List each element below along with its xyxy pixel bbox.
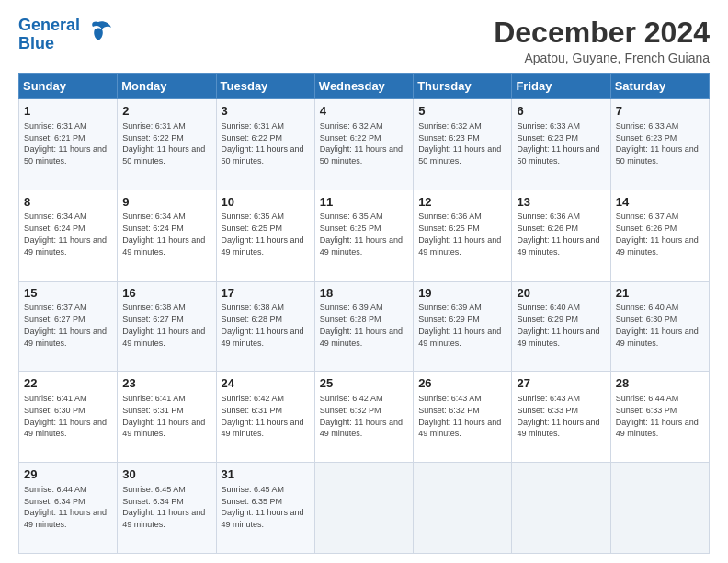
calendar-week-2: 8Sunrise: 6:34 AMSunset: 6:24 PMDaylight… — [19, 190, 710, 281]
calendar-header-friday: Friday — [512, 74, 610, 99]
day-number: 8 — [24, 194, 113, 211]
day-number: 21 — [616, 285, 705, 302]
day-info: Sunrise: 6:36 AMSunset: 6:26 PMDaylight:… — [517, 212, 599, 256]
calendar-cell: 4Sunrise: 6:32 AMSunset: 6:22 PMDaylight… — [314, 99, 413, 190]
day-number: 30 — [122, 466, 211, 483]
calendar-cell: 9Sunrise: 6:34 AMSunset: 6:24 PMDaylight… — [118, 190, 216, 281]
day-number: 9 — [122, 194, 211, 211]
day-info: Sunrise: 6:31 AMSunset: 6:21 PMDaylight:… — [24, 121, 107, 166]
day-info: Sunrise: 6:38 AMSunset: 6:27 PMDaylight:… — [122, 303, 205, 347]
day-number: 4 — [320, 103, 409, 120]
calendar-cell: 11Sunrise: 6:35 AMSunset: 6:25 PMDayligh… — [314, 190, 413, 281]
day-number: 2 — [122, 103, 211, 120]
day-info: Sunrise: 6:35 AMSunset: 6:25 PMDaylight:… — [222, 212, 304, 256]
day-info: Sunrise: 6:43 AMSunset: 6:32 PMDaylight:… — [418, 394, 501, 438]
day-number: 3 — [222, 103, 311, 120]
day-number: 6 — [517, 103, 606, 120]
day-number: 1 — [24, 103, 113, 120]
day-number: 22 — [24, 375, 113, 392]
day-number: 28 — [616, 375, 705, 392]
calendar-cell: 3Sunrise: 6:31 AMSunset: 6:22 PMDaylight… — [216, 99, 314, 190]
day-info: Sunrise: 6:38 AMSunset: 6:28 PMDaylight:… — [222, 303, 304, 347]
calendar-week-5: 29Sunrise: 6:44 AMSunset: 6:34 PMDayligh… — [19, 463, 710, 554]
logo-text: General Blue — [18, 17, 80, 53]
logo-bird-icon — [84, 18, 113, 48]
calendar-header-sunday: Sunday — [19, 74, 118, 99]
day-number: 18 — [320, 285, 409, 302]
day-info: Sunrise: 6:33 AMSunset: 6:23 PMDaylight:… — [517, 121, 599, 166]
calendar-cell: 30Sunrise: 6:45 AMSunset: 6:34 PMDayligh… — [118, 463, 216, 554]
day-info: Sunrise: 6:37 AMSunset: 6:27 PMDaylight:… — [24, 303, 107, 347]
calendar-cell: 12Sunrise: 6:36 AMSunset: 6:25 PMDayligh… — [414, 190, 512, 281]
day-number: 31 — [222, 466, 311, 483]
day-info: Sunrise: 6:40 AMSunset: 6:30 PMDaylight:… — [616, 303, 699, 347]
day-number: 12 — [418, 194, 507, 211]
day-info: Sunrise: 6:39 AMSunset: 6:28 PMDaylight:… — [320, 303, 403, 347]
day-info: Sunrise: 6:45 AMSunset: 6:35 PMDaylight:… — [222, 485, 304, 529]
day-number: 15 — [24, 285, 113, 302]
day-number: 25 — [320, 375, 409, 392]
day-number: 26 — [418, 375, 507, 392]
day-number: 14 — [616, 194, 705, 211]
day-info: Sunrise: 6:44 AMSunset: 6:34 PMDaylight:… — [24, 485, 107, 529]
calendar-cell: 31Sunrise: 6:45 AMSunset: 6:35 PMDayligh… — [216, 463, 314, 554]
day-number: 27 — [517, 375, 606, 392]
calendar-week-3: 15Sunrise: 6:37 AMSunset: 6:27 PMDayligh… — [19, 281, 710, 372]
calendar-cell: 19Sunrise: 6:39 AMSunset: 6:29 PMDayligh… — [414, 281, 512, 372]
calendar-cell: 17Sunrise: 6:38 AMSunset: 6:28 PMDayligh… — [216, 281, 314, 372]
calendar-cell: 18Sunrise: 6:39 AMSunset: 6:28 PMDayligh… — [314, 281, 413, 372]
day-number: 23 — [122, 375, 211, 392]
day-number: 19 — [418, 285, 507, 302]
calendar-cell — [610, 463, 709, 554]
day-number: 17 — [222, 285, 311, 302]
calendar-cell — [314, 463, 413, 554]
calendar-cell: 15Sunrise: 6:37 AMSunset: 6:27 PMDayligh… — [19, 281, 118, 372]
day-info: Sunrise: 6:34 AMSunset: 6:24 PMDaylight:… — [24, 212, 107, 256]
day-info: Sunrise: 6:43 AMSunset: 6:33 PMDaylight:… — [517, 394, 599, 438]
day-number: 11 — [320, 194, 409, 211]
day-info: Sunrise: 6:42 AMSunset: 6:32 PMDaylight:… — [320, 394, 403, 438]
calendar-header-thursday: Thursday — [414, 74, 512, 99]
day-info: Sunrise: 6:36 AMSunset: 6:25 PMDaylight:… — [418, 212, 501, 256]
calendar-cell: 2Sunrise: 6:31 AMSunset: 6:22 PMDaylight… — [118, 99, 216, 190]
day-info: Sunrise: 6:44 AMSunset: 6:33 PMDaylight:… — [616, 394, 699, 438]
day-number: 7 — [616, 103, 705, 120]
title-block: December 2024 Apatou, Guyane, French Gui… — [494, 17, 710, 65]
calendar-week-4: 22Sunrise: 6:41 AMSunset: 6:30 PMDayligh… — [19, 372, 710, 463]
day-info: Sunrise: 6:35 AMSunset: 6:25 PMDaylight:… — [320, 212, 403, 256]
calendar-cell: 10Sunrise: 6:35 AMSunset: 6:25 PMDayligh… — [216, 190, 314, 281]
day-info: Sunrise: 6:42 AMSunset: 6:31 PMDaylight:… — [222, 394, 304, 438]
day-info: Sunrise: 6:41 AMSunset: 6:31 PMDaylight:… — [122, 394, 205, 438]
day-info: Sunrise: 6:37 AMSunset: 6:26 PMDaylight:… — [616, 212, 699, 256]
calendar-cell: 29Sunrise: 6:44 AMSunset: 6:34 PMDayligh… — [19, 463, 118, 554]
calendar-cell: 8Sunrise: 6:34 AMSunset: 6:24 PMDaylight… — [19, 190, 118, 281]
day-number: 10 — [222, 194, 311, 211]
day-number: 24 — [222, 375, 311, 392]
calendar-header-tuesday: Tuesday — [216, 74, 314, 99]
logo-blue: Blue — [18, 34, 54, 52]
day-info: Sunrise: 6:41 AMSunset: 6:30 PMDaylight:… — [24, 394, 107, 438]
day-number: 29 — [24, 466, 113, 483]
calendar-cell: 25Sunrise: 6:42 AMSunset: 6:32 PMDayligh… — [314, 372, 413, 463]
calendar-cell: 22Sunrise: 6:41 AMSunset: 6:30 PMDayligh… — [19, 372, 118, 463]
main-title: December 2024 — [494, 17, 710, 49]
day-info: Sunrise: 6:32 AMSunset: 6:22 PMDaylight:… — [320, 121, 403, 166]
calendar-header-saturday: Saturday — [610, 74, 709, 99]
day-info: Sunrise: 6:45 AMSunset: 6:34 PMDaylight:… — [122, 485, 205, 529]
calendar-cell: 26Sunrise: 6:43 AMSunset: 6:32 PMDayligh… — [414, 372, 512, 463]
calendar-header-wednesday: Wednesday — [314, 74, 413, 99]
day-info: Sunrise: 6:32 AMSunset: 6:23 PMDaylight:… — [418, 121, 501, 166]
calendar-cell — [512, 463, 610, 554]
calendar-cell: 7Sunrise: 6:33 AMSunset: 6:23 PMDaylight… — [610, 99, 709, 190]
calendar-cell: 21Sunrise: 6:40 AMSunset: 6:30 PMDayligh… — [610, 281, 709, 372]
day-info: Sunrise: 6:39 AMSunset: 6:29 PMDaylight:… — [418, 303, 501, 347]
header: General Blue December 2024 Apatou, Guyan… — [18, 17, 710, 65]
day-number: 5 — [418, 103, 507, 120]
calendar-cell: 20Sunrise: 6:40 AMSunset: 6:29 PMDayligh… — [512, 281, 610, 372]
day-number: 13 — [517, 194, 606, 211]
calendar-cell: 1Sunrise: 6:31 AMSunset: 6:21 PMDaylight… — [19, 99, 118, 190]
day-info: Sunrise: 6:31 AMSunset: 6:22 PMDaylight:… — [122, 121, 205, 166]
calendar-cell: 6Sunrise: 6:33 AMSunset: 6:23 PMDaylight… — [512, 99, 610, 190]
calendar-cell: 13Sunrise: 6:36 AMSunset: 6:26 PMDayligh… — [512, 190, 610, 281]
subtitle: Apatou, Guyane, French Guiana — [494, 51, 710, 65]
